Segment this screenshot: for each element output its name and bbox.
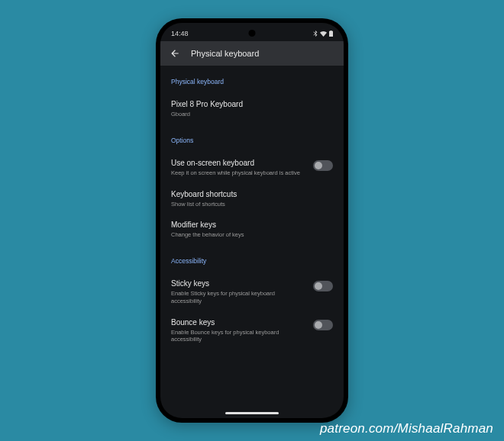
keyboard-device-row[interactable]: Pixel 8 Pro Keyboard Gboard <box>171 93 333 124</box>
phone-screen: 14:48 Physical keyboard Physical keyboar… <box>160 23 344 418</box>
sticky-keys-title: Sticky keys <box>171 278 305 288</box>
gesture-nav-bar[interactable] <box>225 412 279 414</box>
footer-credit: patreon.com/MishaalRahman <box>320 421 493 436</box>
onscreen-keyboard-sub: Keep it on screen while physical keyboar… <box>171 169 305 177</box>
onscreen-keyboard-title: Use on-screen keyboard <box>171 158 305 168</box>
bounce-keys-title: Bounce keys <box>171 317 305 327</box>
onscreen-keyboard-row[interactable]: Use on-screen keyboard Keep it on screen… <box>171 152 333 183</box>
status-icons <box>313 31 333 37</box>
settings-content[interactable]: Physical keyboard Pixel 8 Pro Keyboard G… <box>160 78 344 349</box>
onscreen-keyboard-toggle[interactable] <box>313 160 333 171</box>
keyboard-device-name: Pixel 8 Pro Keyboard <box>171 99 333 109</box>
keyboard-shortcuts-row[interactable]: Keyboard shortcuts Show list of shortcut… <box>171 183 333 214</box>
wifi-icon <box>320 31 327 37</box>
toggle-knob <box>315 282 322 290</box>
header-bar: Physical keyboard <box>160 41 344 66</box>
modifier-keys-row[interactable]: Modifier keys Change the behavior of key… <box>171 214 333 245</box>
section-heading-options: Options <box>171 137 333 144</box>
status-time: 14:48 <box>171 30 189 37</box>
battery-icon <box>329 31 333 37</box>
phone-frame: 14:48 Physical keyboard Physical keyboar… <box>156 18 348 423</box>
toggle-knob <box>315 321 322 329</box>
bounce-keys-row[interactable]: Bounce keys Enable Bounce keys for physi… <box>171 311 333 350</box>
arrow-left-icon <box>170 48 180 59</box>
bluetooth-icon <box>313 31 318 37</box>
bounce-keys-toggle[interactable] <box>313 320 333 330</box>
modifier-keys-title: Modifier keys <box>171 220 333 230</box>
bounce-keys-sub: Enable Bounce keys for physical keyboard… <box>171 329 305 344</box>
modifier-keys-sub: Change the behavior of keys <box>171 231 333 239</box>
keyboard-shortcuts-sub: Show list of shortcuts <box>171 201 333 208</box>
sticky-keys-row[interactable]: Sticky keys Enable Sticky keys for physi… <box>171 272 333 311</box>
keyboard-shortcuts-title: Keyboard shortcuts <box>171 189 333 199</box>
toggle-knob <box>315 162 322 169</box>
camera-hole <box>249 30 256 37</box>
page-title: Physical keyboard <box>191 49 259 58</box>
section-heading-physical: Physical keyboard <box>171 78 333 85</box>
keyboard-device-app: Gboard <box>171 111 333 118</box>
back-button[interactable] <box>170 48 180 59</box>
section-heading-accessibility: Accessibility <box>171 257 333 265</box>
sticky-keys-sub: Enable Sticky keys for physical keyboard… <box>171 290 305 305</box>
sticky-keys-toggle[interactable] <box>313 281 333 291</box>
